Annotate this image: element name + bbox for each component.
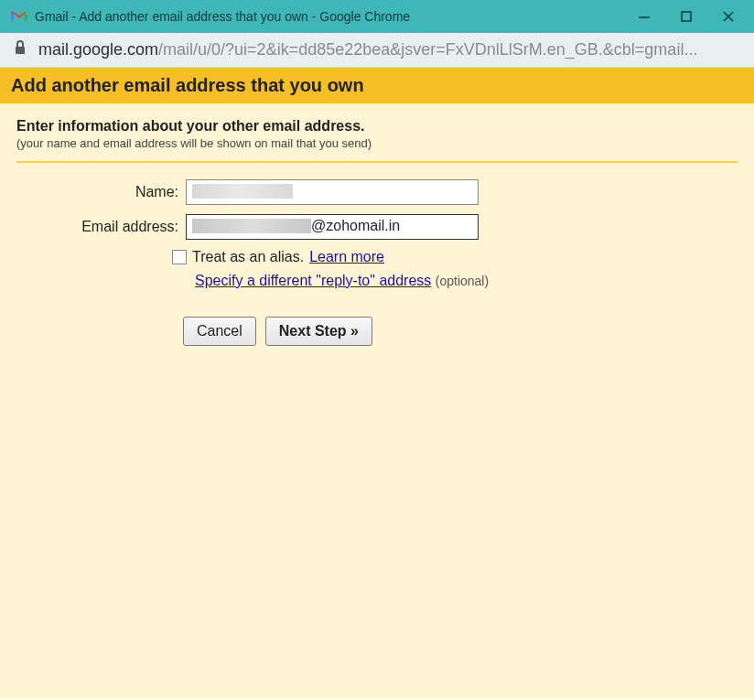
next-step-button[interactable]: Next Step » bbox=[265, 317, 372, 346]
alias-row: Treat as an alias. Learn more bbox=[172, 249, 738, 265]
info-block: Enter information about your other email… bbox=[16, 118, 738, 150]
minimize-button[interactable] bbox=[637, 9, 652, 24]
url-domain: mail.google.com bbox=[38, 40, 158, 59]
redacted-name-value bbox=[192, 184, 293, 199]
browser-address-bar[interactable]: mail.google.com/mail/u/0/?ui=2&ik=dd85e2… bbox=[0, 33, 754, 68]
reply-to-row: Specify a different "reply-to" address (… bbox=[195, 273, 738, 289]
info-title: Enter information about your other email… bbox=[16, 118, 738, 135]
lock-icon bbox=[13, 39, 27, 60]
divider bbox=[16, 161, 738, 163]
learn-more-link[interactable]: Learn more bbox=[309, 249, 384, 265]
email-row: Email address: @zohomail.in bbox=[16, 214, 738, 240]
window-titlebar: Gmail - Add another email address that y… bbox=[0, 0, 754, 33]
svg-rect-1 bbox=[682, 12, 691, 21]
redacted-email-prefix bbox=[192, 219, 311, 233]
window-controls bbox=[637, 9, 736, 24]
email-label: Email address: bbox=[16, 219, 186, 235]
gmail-icon bbox=[11, 10, 27, 23]
reply-to-link[interactable]: Specify a different "reply-to" address bbox=[195, 273, 431, 288]
url-path: /mail/u/0/?ui=2&ik=dd85e22bea&jsver=FxVD… bbox=[158, 40, 697, 59]
name-input[interactable] bbox=[186, 179, 479, 205]
email-domain: @zohomail.in bbox=[311, 218, 400, 233]
email-input[interactable]: @zohomail.in bbox=[186, 214, 479, 240]
page-title: Add another email address that you own bbox=[0, 68, 754, 103]
alias-label: Treat as an alias. bbox=[192, 249, 304, 265]
svg-rect-4 bbox=[16, 47, 25, 54]
name-row: Name: bbox=[16, 179, 738, 205]
info-subtitle: (your name and email address will be sho… bbox=[16, 136, 738, 150]
name-label: Name: bbox=[16, 184, 186, 200]
alias-checkbox[interactable] bbox=[172, 250, 187, 264]
content-area: Enter information about your other email… bbox=[0, 103, 754, 699]
optional-label: (optional) bbox=[436, 274, 489, 288]
window-title: Gmail - Add another email address that y… bbox=[35, 9, 637, 24]
maximize-button[interactable] bbox=[679, 9, 694, 24]
cancel-button[interactable]: Cancel bbox=[183, 317, 256, 346]
button-row: Cancel Next Step » bbox=[183, 317, 738, 346]
close-button[interactable] bbox=[721, 9, 736, 24]
